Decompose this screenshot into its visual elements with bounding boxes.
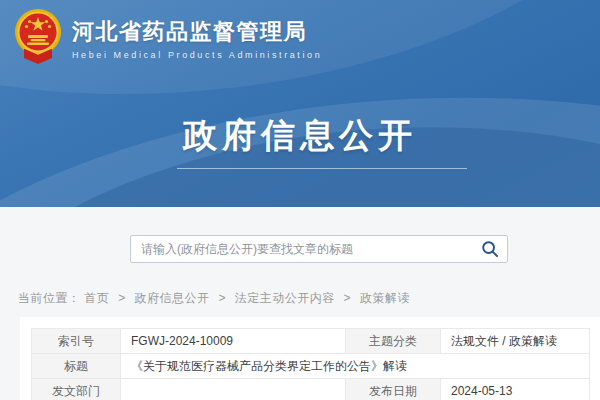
document-meta-table: 索引号 FGWJ-2024-10009 主题分类 法规文件 / 政策解读 标题 … bbox=[31, 328, 590, 400]
search-input[interactable] bbox=[131, 242, 473, 256]
breadcrumb-item-disclosure[interactable]: 法定主动公开内容 bbox=[235, 291, 335, 305]
table-row: 索引号 FGWJ-2024-10009 主题分类 法规文件 / 政策解读 bbox=[32, 329, 590, 354]
breadcrumb-separator: > bbox=[118, 291, 126, 305]
site-subtitle: Hebei Medical Products Administration bbox=[72, 50, 322, 60]
page: 河北省药品监督管理局 Hebei Medical Products Admini… bbox=[0, 0, 600, 400]
title-value: 《关于规范医疗器械产品分类界定工作的公告》解读 bbox=[121, 354, 590, 379]
subject-category-value: 法规文件 / 政策解读 bbox=[441, 329, 590, 354]
issuing-dept-value bbox=[121, 379, 346, 400]
index-number-value: FGWJ-2024-10009 bbox=[121, 329, 346, 354]
search-box bbox=[130, 235, 508, 263]
banner-underline bbox=[177, 168, 467, 169]
breadcrumb: 当前位置： 首页 > 政府信息公开 > 法定主动公开内容 > 政策解读 bbox=[18, 290, 410, 307]
breadcrumb-separator: > bbox=[344, 291, 352, 305]
issuing-dept-label: 发文部门 bbox=[32, 379, 121, 400]
breadcrumb-item-policy[interactable]: 政策解读 bbox=[360, 291, 410, 305]
search-button[interactable] bbox=[473, 236, 507, 262]
national-emblem-icon bbox=[14, 8, 62, 64]
blue-banner: 河北省药品监督管理局 Hebei Medical Products Admini… bbox=[0, 0, 600, 207]
index-number-label: 索引号 bbox=[32, 329, 121, 354]
page-title: 政府信息公开 bbox=[0, 113, 600, 159]
breadcrumb-item-home[interactable]: 首页 bbox=[84, 291, 109, 305]
breadcrumb-separator: > bbox=[218, 291, 226, 305]
site-title: 河北省药品监督管理局 bbox=[72, 18, 322, 46]
search-icon bbox=[481, 240, 499, 258]
site-logo[interactable]: 河北省药品监督管理局 Hebei Medical Products Admini… bbox=[14, 8, 322, 64]
table-row: 发文部门 发布日期 2024-05-13 bbox=[32, 379, 590, 400]
content-card: 索引号 FGWJ-2024-10009 主题分类 法规文件 / 政策解读 标题 … bbox=[20, 317, 600, 400]
site-title-block: 河北省药品监督管理局 Hebei Medical Products Admini… bbox=[72, 8, 322, 60]
subject-category-label: 主题分类 bbox=[346, 329, 441, 354]
breadcrumb-item-gov-info[interactable]: 政府信息公开 bbox=[135, 291, 210, 305]
table-row: 标题 《关于规范医疗器械产品分类界定工作的公告》解读 bbox=[32, 354, 590, 379]
publish-date-value: 2024-05-13 bbox=[441, 379, 590, 400]
publish-date-label: 发布日期 bbox=[346, 379, 441, 400]
title-label: 标题 bbox=[32, 354, 121, 379]
breadcrumb-label: 当前位置： bbox=[18, 291, 81, 305]
